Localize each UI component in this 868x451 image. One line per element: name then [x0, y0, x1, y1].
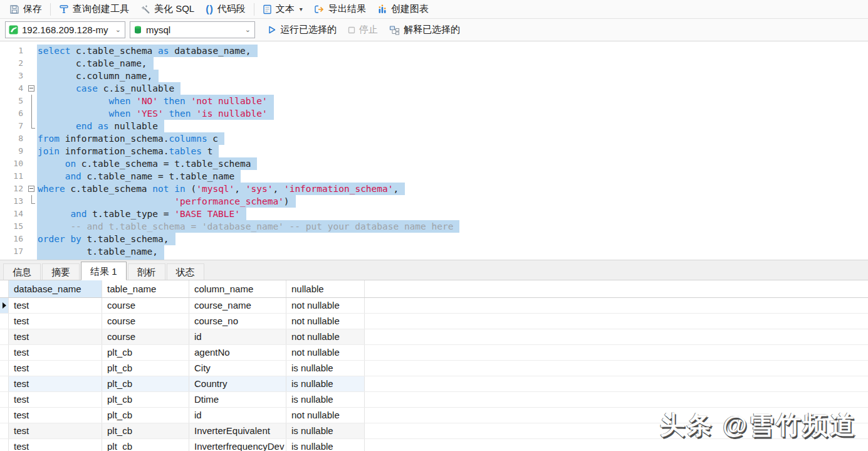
table-row[interactable]: testcourseidnot nullable	[0, 329, 868, 345]
table-row[interactable]: testcoursecourse_nonot nullable	[0, 314, 868, 329]
editor-line-12[interactable]: 12where c.table_schema not in ('mysql', …	[0, 183, 868, 195]
cell-table_name[interactable]: plt_cb	[102, 345, 189, 360]
cell-table_name[interactable]: plt_cb	[102, 392, 189, 407]
cell-database_name[interactable]: test	[9, 361, 102, 376]
cell-nullable[interactable]: not nullable	[286, 298, 365, 313]
table-row[interactable]: testcoursecourse_namenot nullable	[0, 298, 868, 314]
fold-marker[interactable]	[26, 183, 37, 195]
database-select[interactable]: mysql ⌄	[130, 21, 255, 38]
cell-column_name[interactable]: Country	[189, 376, 286, 391]
grid-corner-cell[interactable]	[0, 280, 9, 297]
cell-column_name[interactable]: id	[189, 408, 286, 423]
cell-table_name[interactable]: plt_cb	[102, 376, 189, 391]
run-selected-button[interactable]: 运行已选择的	[262, 22, 342, 38]
row-selector[interactable]	[0, 329, 9, 344]
query-builder-button[interactable]: 查询创建工具	[53, 1, 135, 18]
column-header-database_name[interactable]: database_name	[9, 280, 102, 297]
cell-database_name[interactable]: test	[9, 439, 102, 451]
editor-line-9[interactable]: 9join information_schema.tables t	[0, 145, 868, 157]
editor-line-8[interactable]: 8from information_schema.columns c	[0, 132, 868, 145]
beautify-sql-button[interactable]: 美化 SQL	[135, 1, 200, 18]
cell-database_name[interactable]: test	[9, 329, 102, 344]
editor-line-17[interactable]: 17 t.table_name,	[0, 245, 868, 258]
cell-nullable[interactable]: not nullable	[286, 314, 365, 329]
cell-nullable[interactable]: not nullable	[286, 408, 365, 423]
editor-line-13[interactable]: 13 'performance_schema')	[0, 195, 868, 208]
sql-editor[interactable]: 1select c.table_schema as database_name,…	[0, 41, 868, 260]
row-selector[interactable]	[0, 376, 9, 391]
connection-select[interactable]: 192.168.209.128-my ⌄	[5, 21, 125, 38]
text-view-button[interactable]: 文本 ▾	[257, 1, 308, 18]
cell-column_name[interactable]: id	[189, 329, 286, 344]
row-selector[interactable]	[0, 314, 9, 329]
cell-column_name[interactable]: course_name	[189, 298, 286, 313]
save-button[interactable]: 保存	[4, 1, 48, 18]
collapse-icon[interactable]	[28, 186, 34, 192]
cell-table_name[interactable]: course	[102, 314, 189, 329]
editor-line-7[interactable]: 7 end as nullable	[0, 120, 868, 132]
cell-database_name[interactable]: test	[9, 298, 102, 313]
cell-nullable[interactable]: is nullable	[286, 439, 365, 451]
cell-database_name[interactable]: test	[9, 392, 102, 407]
code-snippet-button[interactable]: () 代码段	[200, 1, 251, 18]
export-result-button[interactable]: 导出结果	[308, 1, 372, 18]
create-chart-button[interactable]: 创建图表	[372, 1, 434, 18]
stop-button[interactable]: 停止	[342, 22, 384, 38]
table-row[interactable]: testplt_cbDtimeis nullable	[0, 392, 868, 408]
cell-table_name[interactable]: course	[102, 298, 189, 313]
cell-database_name[interactable]: test	[9, 423, 102, 438]
tab-剖析[interactable]: 剖析	[128, 263, 165, 280]
editor-line-6[interactable]: 6 when 'YES' then 'is nullable'	[0, 107, 868, 120]
editor-line-14[interactable]: 14 and t.table_type = 'BASE TABLE'	[0, 208, 868, 220]
cell-column_name[interactable]: agentNo	[189, 345, 286, 360]
editor-line-5[interactable]: 5 when 'NO' then 'not nullable'	[0, 95, 868, 107]
column-header-table_name[interactable]: table_name	[102, 280, 189, 297]
editor-line-3[interactable]: 3 c.column_name,	[0, 70, 868, 82]
chevron-down-icon[interactable]: ▾	[300, 6, 303, 13]
editor-line-1[interactable]: 1select c.table_schema as database_name,	[0, 45, 868, 57]
row-selector[interactable]	[0, 423, 9, 438]
cell-nullable[interactable]: not nullable	[286, 345, 365, 360]
row-selector[interactable]	[0, 392, 9, 407]
editor-line-16[interactable]: 16order by t.table_schema,	[0, 233, 868, 245]
cell-database_name[interactable]: test	[9, 314, 102, 329]
collapse-icon[interactable]	[28, 85, 34, 92]
row-selector[interactable]	[0, 439, 9, 451]
cell-column_name[interactable]: City	[189, 361, 286, 376]
fold-marker[interactable]	[26, 82, 37, 95]
cell-nullable[interactable]: is nullable	[286, 361, 365, 376]
column-header-column_name[interactable]: column_name	[189, 280, 286, 297]
cell-column_name[interactable]: InverterfrequencyDev	[189, 439, 286, 451]
cell-table_name[interactable]: plt_cb	[102, 439, 189, 451]
tab-摘要[interactable]: 摘要	[42, 263, 80, 280]
cell-table_name[interactable]: plt_cb	[102, 361, 189, 376]
explain-selected-button[interactable]: 解释已选择的	[384, 22, 466, 38]
cell-column_name[interactable]: InverterEquivalent	[189, 423, 286, 438]
cell-nullable[interactable]: is nullable	[286, 376, 365, 391]
column-header-nullable[interactable]: nullable	[286, 280, 365, 297]
tab-状态[interactable]: 状态	[167, 263, 204, 280]
editor-line-2[interactable]: 2 c.table_name,	[0, 57, 868, 70]
cell-column_name[interactable]: Dtime	[189, 392, 286, 407]
fold-marker[interactable]	[26, 195, 37, 208]
fold-marker[interactable]	[26, 95, 37, 107]
table-row[interactable]: testplt_cbCountryis nullable	[0, 376, 868, 392]
table-row[interactable]: testplt_cbCityis nullable	[0, 361, 868, 376]
cell-database_name[interactable]: test	[9, 345, 102, 360]
fold-marker[interactable]	[26, 107, 37, 120]
cell-database_name[interactable]: test	[9, 408, 102, 423]
tab-信息[interactable]: 信息	[3, 263, 41, 280]
cell-table_name[interactable]: plt_cb	[102, 408, 189, 423]
editor-line-11[interactable]: 11 and c.table_name = t.table_name	[0, 170, 868, 183]
cell-table_name[interactable]: plt_cb	[102, 423, 189, 438]
cell-nullable[interactable]: not nullable	[286, 329, 365, 344]
cell-database_name[interactable]: test	[9, 376, 102, 391]
cell-nullable[interactable]: is nullable	[286, 423, 365, 438]
cell-nullable[interactable]: is nullable	[286, 392, 365, 407]
cell-column_name[interactable]: course_no	[189, 314, 286, 329]
tab-结果 1[interactable]: 结果 1	[81, 262, 127, 280]
editor-line-4[interactable]: 4 case c.is_nullable	[0, 82, 868, 95]
row-selector[interactable]	[0, 361, 9, 376]
row-selector[interactable]	[0, 298, 9, 313]
row-selector[interactable]	[0, 345, 9, 360]
